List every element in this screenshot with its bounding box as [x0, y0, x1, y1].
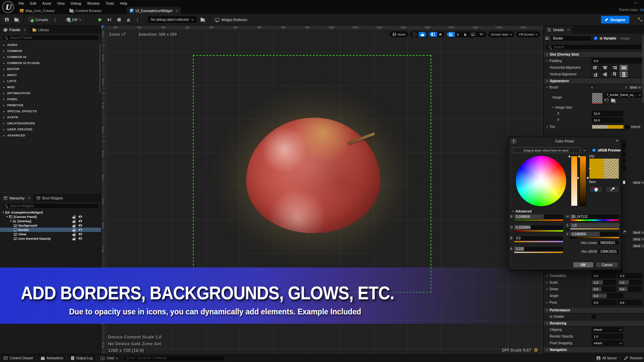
content-drawer-button[interactable]: Content Drawer [0, 354, 37, 362]
tint-inherit-checkbox[interactable] [626, 125, 629, 129]
is-volatile-checkbox[interactable] [592, 315, 596, 319]
hierarchy-search-input[interactable] [10, 204, 96, 208]
localization-preview-toggle[interactable]: R [429, 32, 444, 37]
valign-fill-button[interactable] [620, 72, 628, 77]
color-wheel-selector[interactable] [558, 193, 561, 196]
unlock-icon[interactable] [72, 234, 75, 236]
visibility-eye-icon[interactable] [78, 237, 82, 240]
menu-edit[interactable]: Edit [27, 0, 39, 7]
brush-bind-button[interactable]: Bind [628, 85, 642, 90]
channel-gradient-bar[interactable] [570, 237, 620, 239]
clipping-dropdown[interactable]: Inherit [592, 327, 623, 332]
palette-category-common-ui-plugin[interactable]: ▸COMMON UI PLUGIN [0, 60, 101, 66]
output-log-button[interactable]: Output Log [67, 354, 96, 362]
palette-scrollbar[interactable] [99, 43, 101, 93]
details-search-input[interactable] [554, 45, 639, 49]
slider-thumb[interactable] [578, 155, 580, 158]
stop-button[interactable] [116, 17, 122, 22]
close-icon[interactable]: × [567, 28, 569, 32]
eject-button[interactable] [125, 17, 132, 22]
ok-button[interactable]: OK [573, 262, 594, 268]
debug-object-dropdown[interactable]: No debug object selected [148, 16, 197, 23]
visibility-eye-icon[interactable] [78, 220, 82, 222]
palette-category-common[interactable]: ▸COMMON [0, 48, 101, 54]
hierarchy-row-icon-inverted-opacity[interactable]: Icon Inverted Opacity [0, 236, 101, 241]
close-icon[interactable]: × [28, 196, 30, 200]
palette-category-advanced[interactable]: ▸ADVANCED [0, 132, 101, 138]
channel-gradient-bar[interactable] [514, 241, 564, 243]
minimize-button[interactable]: – [634, 0, 637, 5]
pixel-snapping-dropdown[interactable]: Inherit [592, 341, 623, 346]
palette-category-synth[interactable]: ▸SYNTH [0, 114, 101, 120]
close-tab-icon[interactable]: × [176, 9, 178, 13]
cancel-button[interactable]: Cancel [596, 262, 619, 268]
expander-icon[interactable]: ▸ [546, 274, 548, 277]
selection-outline[interactable] [193, 55, 431, 293]
advanced-toggle[interactable]: ▾Advanced [513, 209, 532, 213]
channel-gradient-bar[interactable] [570, 228, 620, 230]
pivot-field[interactable]: 0,5 [618, 300, 642, 305]
channel-value-field[interactable]: 1,0 [570, 223, 620, 228]
channel-value-field[interactable]: 33,247131 [570, 214, 620, 219]
palette-category-input[interactable]: ▸INPUT [0, 72, 101, 78]
menu-tools[interactable]: Tools [103, 0, 117, 7]
halign-left-button[interactable] [592, 65, 599, 70]
color-picker-titlebar[interactable]: U Color Picker [508, 137, 621, 145]
brush-color-swatch-edge[interactable] [623, 180, 626, 184]
theme-drop-zone[interactable]: Drag & drop colors here to save [512, 147, 580, 153]
pivot-field[interactable]: 0,5 [592, 300, 616, 305]
widget-reflector-button[interactable]: Widget Reflector [213, 17, 249, 23]
tab-palette[interactable]: Palette × [1, 26, 29, 34]
visibility-eye-icon[interactable] [78, 229, 82, 231]
diff-button[interactable]: Diff [65, 17, 83, 23]
preview-background-dropdown[interactable]: None [390, 32, 408, 37]
channel-value-field[interactable]: 0,331894 [514, 225, 564, 230]
halign-right-button[interactable] [610, 65, 618, 70]
image-size-x-field[interactable]: 32,0 [592, 111, 623, 116]
srgb-preview-toggle[interactable]: ✓ sRGB Preview [592, 148, 621, 152]
selection-lock-toggle[interactable] [410, 32, 427, 37]
unlock-icon[interactable] [72, 221, 75, 223]
console-command-input[interactable] [126, 356, 222, 360]
hierarchy-row-overlay[interactable]: ▾[Overlay] [0, 219, 101, 223]
frame-skip-button[interactable] [106, 17, 113, 23]
hierarchy-row-background[interactable]: Background [0, 223, 101, 228]
fill-screen-dropdown[interactable]: Fill Screen [516, 32, 540, 37]
screen-size-dropdown[interactable]: Screen Size [488, 32, 514, 37]
browse-to-asset-icon[interactable] [611, 99, 615, 102]
translation-field[interactable]: 0,0 [592, 273, 616, 278]
browse-debug-button[interactable] [199, 17, 206, 22]
tab-ui-exampleiconwidget[interactable]: UI_ExampleIconWidget × [127, 7, 181, 14]
shear-field[interactable]: 0,0 [618, 287, 642, 292]
expander-icon[interactable]: ▾ [3, 211, 4, 214]
compile-button[interactable]: Compile [27, 16, 50, 23]
saturation-slider[interactable] [571, 156, 578, 206]
halign-center-button[interactable] [601, 65, 609, 70]
tab-content-browser[interactable]: Content Browser [66, 7, 105, 14]
section-rendering[interactable]: ▾Rendering [544, 320, 644, 326]
palette-category-primitive[interactable]: ▸PRIMITIVE [0, 102, 101, 108]
padding-field[interactable]: 0.0 [592, 58, 642, 63]
palette-category-editor[interactable]: ▸EDITOR [0, 66, 101, 72]
section-appearance[interactable]: ▾Appearance [544, 78, 644, 84]
compile-options-icon[interactable]: ⋮ [52, 17, 58, 22]
brush-color-bind-button[interactable]: Bind [631, 180, 644, 185]
unreal-logo-icon[interactable]: U [2, 1, 14, 13]
channel-value-field[interactable]: 0,598958 [514, 214, 564, 219]
tab-bind-widgets[interactable]: Bind Widgets [34, 194, 66, 202]
is-variable-checkbox[interactable]: ✓ [594, 36, 598, 40]
play-button[interactable] [97, 17, 104, 23]
section-slot[interactable]: ▾Slot (Overlay Slot) [544, 51, 644, 58]
menu-help[interactable]: Help [117, 0, 130, 7]
unlock-icon[interactable] [72, 225, 75, 227]
designer-mode-button[interactable]: Designer [601, 16, 629, 23]
parent-class-link[interactable]: Us [640, 8, 644, 12]
tint-color-bar[interactable] [592, 125, 624, 129]
scale-field[interactable]: 1,0 [618, 280, 642, 285]
expander-icon[interactable]: ▸ [546, 281, 548, 284]
revision-control-button[interactable]: Revision Co [621, 354, 644, 362]
unlock-icon[interactable] [72, 238, 75, 240]
valign-bottom-button[interactable] [610, 72, 618, 77]
event-bind-button[interactable]: Bind [631, 243, 644, 248]
all-saved-button[interactable]: All Saved [593, 354, 620, 362]
